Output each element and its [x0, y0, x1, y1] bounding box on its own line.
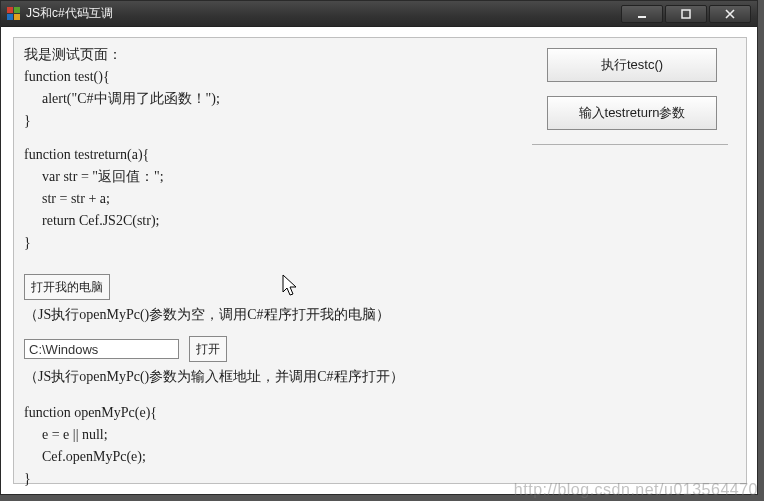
fn-testreturn-line: function testreturn(a){ [24, 144, 504, 166]
open-my-computer-button[interactable]: 打开我的电脑 [24, 274, 110, 300]
fn-test-line: alert("C#中调用了此函数！"); [24, 88, 504, 110]
maximize-button[interactable] [665, 5, 707, 23]
path-input[interactable] [24, 339, 179, 359]
left-column: 我是测试页面： function test(){ alert("C#中调用了此函… [24, 44, 504, 490]
fn-test-line: } [24, 110, 504, 132]
svg-rect-2 [7, 14, 13, 20]
svg-rect-5 [682, 10, 690, 18]
watermark-text: http://blog.csdn.net/u013564470 [514, 481, 758, 499]
application-window: JS和c#代码互调 我是测试页面： function test(){ alert… [0, 0, 758, 495]
run-testc-button[interactable]: 执行testc() [547, 48, 717, 82]
open-my-computer-desc: （JS执行openMyPc()参数为空，调用C#程序打开我的电脑） [24, 304, 504, 326]
fn-test-line: function test(){ [24, 66, 504, 88]
minimize-button[interactable] [621, 5, 663, 23]
fn-openmypc-line: Cef.openMyPc(e); [24, 446, 504, 468]
open-path-desc: （JS执行openMyPc()参数为输入框地址，并调用C#程序打开） [24, 366, 504, 388]
svg-rect-1 [14, 7, 20, 13]
open-button[interactable]: 打开 [189, 336, 227, 362]
divider [532, 144, 728, 145]
svg-rect-3 [14, 14, 20, 20]
fn-openmypc-line: function openMyPc(e){ [24, 402, 504, 424]
svg-rect-4 [638, 16, 646, 18]
content-panel: 我是测试页面： function test(){ alert("C#中调用了此函… [13, 37, 747, 484]
fn-testreturn-line: } [24, 232, 504, 254]
svg-rect-0 [7, 7, 13, 13]
close-button[interactable] [709, 5, 751, 23]
open-path-row: 打开 [24, 336, 504, 362]
client-area: 我是测试页面： function test(){ alert("C#中调用了此函… [1, 27, 757, 494]
right-column: 执行testc() 输入testreturn参数 [532, 48, 732, 157]
fn-testreturn-line: var str = "返回值："; [24, 166, 504, 188]
fn-openmypc-line: } [24, 468, 504, 490]
app-icon [7, 7, 21, 21]
fn-openmypc-line: e = e || null; [24, 424, 504, 446]
fn-testreturn-line: str = str + a; [24, 188, 504, 210]
input-testreturn-button[interactable]: 输入testreturn参数 [547, 96, 717, 130]
page-heading: 我是测试页面： [24, 44, 504, 66]
window-title: JS和c#代码互调 [26, 5, 113, 22]
titlebar: JS和c#代码互调 [1, 1, 757, 27]
window-controls [621, 5, 751, 23]
fn-testreturn-line: return Cef.JS2C(str); [24, 210, 504, 232]
